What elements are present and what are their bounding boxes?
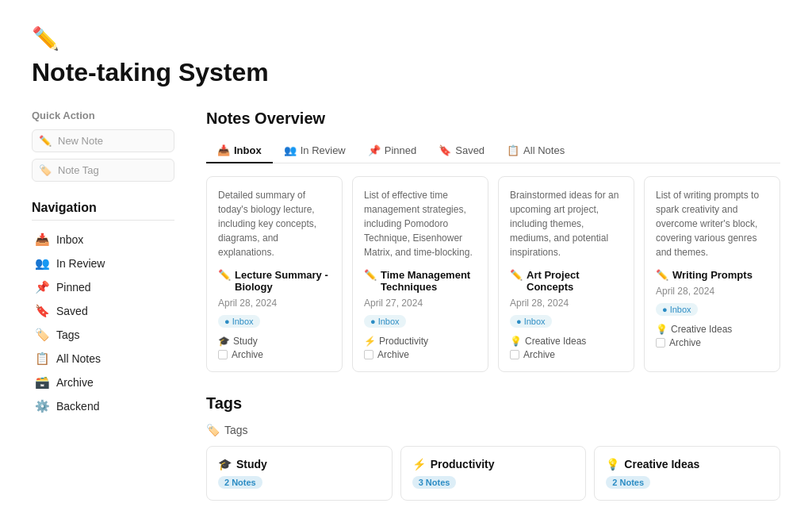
sidebar-item-inbox[interactable]: 📥 Inbox — [32, 229, 174, 251]
note-tags-3: ● Inbox — [656, 303, 768, 319]
sidebar-item-tags[interactable]: 🏷️ Tags — [32, 324, 174, 346]
tab-inbox-icon: 📥 — [217, 144, 230, 156]
note-title-2: ✏️ Art Project Concepts — [510, 269, 622, 293]
nav-section: Navigation 📥 Inbox 👥 In Review 📌 Pinned … — [32, 201, 174, 417]
tab-saved-icon: 🔖 — [439, 144, 451, 156]
note-archive-1[interactable]: Archive — [364, 349, 477, 360]
archive-icon: 🗃️ — [35, 375, 50, 390]
tag-card-study[interactable]: 🎓 Study 2 Notes — [206, 446, 393, 501]
note-title-1: ✏️ Time Management Techniques — [364, 269, 477, 293]
tag-card-study-title: 🎓 Study — [218, 458, 381, 471]
note-date-3: April 28, 2024 — [656, 286, 768, 297]
tab-inreview-label: In Review — [301, 144, 346, 156]
tab-allnotes-label: All Notes — [523, 144, 565, 156]
nav-title: Navigation — [32, 201, 174, 221]
sidebar-item-backend-label: Backend — [56, 400, 99, 413]
notes-tabs: 📥 Inbox 👥 In Review 📌 Pinned 🔖 Saved — [206, 139, 780, 163]
note-edit-icon-3: ✏️ — [656, 269, 668, 281]
sidebar-item-backend[interactable]: ⚙️ Backend — [32, 395, 174, 417]
sidebar-item-saved-label: Saved — [56, 305, 88, 317]
inreview-icon: 👥 — [35, 256, 50, 271]
study-tag-icon: 🎓 — [218, 458, 232, 471]
note-tag-inbox-0[interactable]: ● Inbox — [218, 315, 260, 328]
archive-checkbox-0[interactable] — [218, 350, 228, 359]
sidebar-item-archive[interactable]: 🗃️ Archive — [32, 371, 174, 394]
sidebar-item-pinned[interactable]: 📌 Pinned — [32, 276, 174, 298]
sidebar-item-saved[interactable]: 🔖 Saved — [32, 300, 174, 322]
note-date-1: April 27, 2024 — [364, 298, 477, 309]
pencil-icon: ✏️ — [39, 135, 52, 147]
sidebar-item-tags-label: Tags — [56, 328, 80, 341]
tag-card-productivity-title: ⚡ Productivity — [412, 458, 575, 471]
note-title-3: ✏️ Writing Prompts — [656, 269, 768, 281]
tags-section: Tags 🏷️ Tags 🎓 Study 2 Notes — [206, 394, 780, 507]
new-note-button[interactable]: ✏️ New Note — [32, 129, 174, 152]
backend-icon: ⚙️ — [35, 399, 50, 413]
tab-allnotes[interactable]: 📋 All Notes — [496, 139, 576, 163]
app-title: Note-taking System — [32, 58, 780, 87]
notes-overview-section: Notes Overview 📥 Inbox 👥 In Review 📌 Pin… — [206, 109, 780, 372]
creative-icon-3: 💡 — [656, 324, 668, 335]
note-desc-2: Brainstormed ideas for an upcoming art p… — [510, 188, 622, 259]
tag-card-creative[interactable]: 💡 Creative Ideas 2 Notes — [594, 446, 780, 501]
app-header: ✏️ Note-taking System — [32, 25, 780, 87]
inbox-icon: 📥 — [35, 232, 50, 247]
note-tag-inbox-2[interactable]: ● Inbox — [510, 315, 552, 328]
new-note-label: New Note — [58, 135, 103, 147]
note-tags-0: ● Inbox — [218, 315, 331, 331]
note-archive-2[interactable]: Archive — [510, 349, 622, 360]
note-desc-1: List of effective time management strate… — [364, 188, 477, 259]
archive-checkbox-1[interactable] — [364, 350, 373, 359]
note-extra-tag-1: ⚡ Productivity — [364, 336, 477, 347]
note-tag-inbox-3[interactable]: ● Inbox — [656, 303, 698, 316]
main-content: Notes Overview 📥 Inbox 👥 In Review 📌 Pin… — [206, 109, 780, 507]
note-tag-button[interactable]: 🏷️ Note Tag — [32, 159, 174, 182]
note-tag-inbox-1[interactable]: ● Inbox — [364, 315, 406, 328]
note-card-1: List of effective time management strate… — [352, 176, 488, 372]
productivity-tag-icon: ⚡ — [412, 458, 426, 471]
tag-icon: 🏷️ — [39, 164, 52, 176]
note-archive-3[interactable]: Archive — [656, 337, 768, 348]
note-date-2: April 28, 2024 — [510, 298, 622, 309]
quick-action-title: Quick Action — [32, 109, 174, 121]
tab-inreview[interactable]: 👥 In Review — [273, 139, 357, 163]
note-date-0: April 28, 2024 — [218, 298, 331, 309]
note-edit-icon-0: ✏️ — [218, 269, 231, 281]
sidebar-item-archive-label: Archive — [56, 376, 94, 389]
productivity-tag-count: 3 Notes — [412, 476, 457, 489]
note-creative-tag-2: 💡 Creative Ideas — [510, 336, 622, 347]
note-tags-2: ● Inbox — [510, 315, 622, 331]
archive-checkbox-3[interactable] — [656, 338, 665, 348]
tab-saved[interactable]: 🔖 Saved — [427, 139, 496, 163]
note-tag-label: Note Tag — [58, 164, 99, 176]
tags-header-row: 🏷️ Tags — [206, 424, 780, 436]
saved-icon: 🔖 — [35, 304, 50, 318]
tag-card-productivity[interactable]: ⚡ Productivity 3 Notes — [400, 446, 587, 501]
sidebar-item-pinned-label: Pinned — [56, 281, 91, 294]
pinned-icon: 📌 — [35, 280, 50, 294]
tab-inreview-icon: 👥 — [284, 144, 297, 156]
note-desc-3: List of writing prompts to spark creativ… — [656, 188, 768, 259]
note-card-2: Brainstormed ideas for an upcoming art p… — [498, 176, 634, 372]
note-edit-icon-2: ✏️ — [510, 269, 523, 281]
tab-pinned-icon: 📌 — [368, 144, 381, 156]
notes-overview-title: Notes Overview — [206, 109, 780, 128]
tab-inbox-label: Inbox — [234, 144, 262, 156]
archive-checkbox-2[interactable] — [510, 350, 519, 359]
creative-tag-count: 2 Notes — [606, 476, 650, 489]
tab-inbox[interactable]: 📥 Inbox — [206, 139, 273, 163]
note-edit-icon-1: ✏️ — [364, 269, 377, 281]
note-card-3: List of writing prompts to spark creativ… — [644, 176, 780, 372]
note-desc-0: Detailed summary of today's biology lect… — [218, 188, 331, 259]
tab-pinned[interactable]: 📌 Pinned — [357, 139, 427, 163]
note-title-0: ✏️ Lecture Summary - Biology — [218, 269, 331, 293]
sidebar-item-allnotes-label: All Notes — [56, 352, 101, 365]
sidebar-item-inreview[interactable]: 👥 In Review — [32, 252, 174, 275]
creative-icon-2: 💡 — [510, 336, 522, 347]
sidebar-item-allnotes[interactable]: 📋 All Notes — [32, 348, 174, 370]
note-archive-0[interactable]: Archive — [218, 349, 331, 360]
sidebar: Quick Action ✏️ New Note 🏷️ Note Tag Nav… — [32, 109, 174, 507]
note-card-0: Detailed summary of today's biology lect… — [206, 176, 343, 372]
study-icon-0: 🎓 — [218, 336, 230, 347]
tags-header-icon: 🏷️ — [206, 424, 220, 436]
